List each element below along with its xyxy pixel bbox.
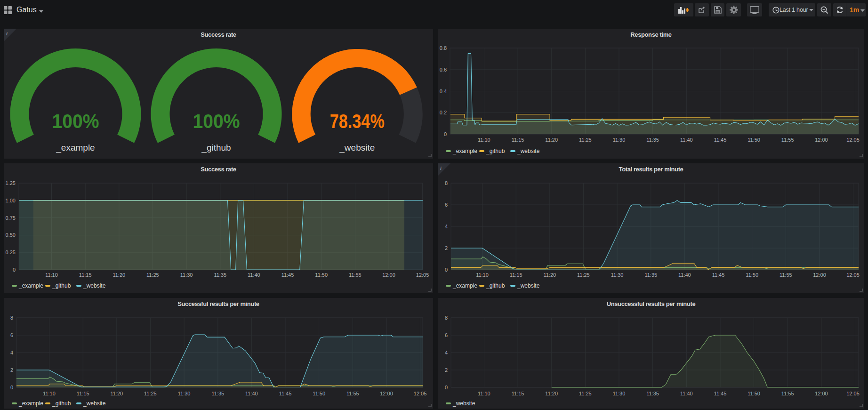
svg-text:Successful results per minute: Successful results per minute xyxy=(177,300,259,307)
svg-text:11:40: 11:40 xyxy=(678,272,691,278)
svg-text:11:30: 11:30 xyxy=(178,391,191,396)
svg-text:11:25: 11:25 xyxy=(579,391,592,396)
svg-text:11:30: 11:30 xyxy=(611,272,624,278)
svg-text:_website: _website xyxy=(83,400,106,407)
svg-text:8: 8 xyxy=(445,180,448,186)
svg-text:11:45: 11:45 xyxy=(712,272,725,278)
svg-text:11:10: 11:10 xyxy=(476,272,489,278)
svg-text:11:25: 11:25 xyxy=(579,137,592,143)
svg-text:0.25: 0.25 xyxy=(6,249,16,255)
svg-text:12:05: 12:05 xyxy=(846,391,860,396)
svg-text:_website: _website xyxy=(83,282,106,289)
svg-text:11:15: 11:15 xyxy=(77,391,89,396)
svg-text:0.4: 0.4 xyxy=(440,88,447,94)
svg-text:11:20: 11:20 xyxy=(110,391,123,396)
svg-text:11:45: 11:45 xyxy=(714,391,727,396)
svg-text:0: 0 xyxy=(445,385,448,390)
svg-text:11:25: 11:25 xyxy=(146,272,159,278)
svg-text:11:35: 11:35 xyxy=(646,391,659,396)
svg-text:Success rate: Success rate xyxy=(201,31,236,38)
svg-text:0.2: 0.2 xyxy=(440,110,447,115)
svg-text:_github: _github xyxy=(52,282,71,289)
svg-text:11:30: 11:30 xyxy=(180,272,193,278)
svg-text:11:20: 11:20 xyxy=(545,391,558,396)
svg-text:12:00: 12:00 xyxy=(380,391,393,396)
svg-text:12:05: 12:05 xyxy=(414,391,427,396)
svg-text:11:35: 11:35 xyxy=(644,272,657,278)
svg-text:1.00: 1.00 xyxy=(6,198,16,203)
svg-text:_example: _example xyxy=(452,282,477,289)
svg-text:6: 6 xyxy=(445,202,448,208)
svg-text:12:00: 12:00 xyxy=(815,137,828,143)
svg-text:11:50: 11:50 xyxy=(747,391,760,396)
svg-text:_github: _github xyxy=(486,282,505,289)
svg-text:Unsuccessful results per minut: Unsuccessful results per minute xyxy=(607,300,696,307)
svg-text:12:05: 12:05 xyxy=(846,272,860,278)
svg-text:11:50: 11:50 xyxy=(313,391,325,396)
svg-text:4: 4 xyxy=(445,350,448,355)
svg-text:_website: _website xyxy=(452,400,475,407)
svg-text:11:45: 11:45 xyxy=(279,391,292,396)
svg-text:8: 8 xyxy=(10,315,13,321)
svg-text:11:40: 11:40 xyxy=(680,391,693,396)
svg-text:_github: _github xyxy=(52,400,71,407)
svg-text:78.34%: 78.34% xyxy=(330,110,385,132)
svg-text:11:15: 11:15 xyxy=(79,272,92,278)
svg-text:0.50: 0.50 xyxy=(6,232,16,238)
svg-text:11:55: 11:55 xyxy=(781,391,794,396)
svg-text:Total results per minute: Total results per minute xyxy=(619,166,683,173)
svg-text:11:10: 11:10 xyxy=(478,137,490,143)
svg-text:_github: _github xyxy=(486,148,505,154)
svg-text:0.6: 0.6 xyxy=(440,67,447,72)
svg-text:11:55: 11:55 xyxy=(349,272,362,278)
svg-text:11:40: 11:40 xyxy=(248,272,260,278)
svg-text:6: 6 xyxy=(10,332,13,338)
svg-text:Response time: Response time xyxy=(630,31,671,38)
svg-text:6: 6 xyxy=(445,332,448,338)
svg-text:0.75: 0.75 xyxy=(6,215,16,221)
svg-text:_website: _website xyxy=(339,143,375,153)
svg-text:11:20: 11:20 xyxy=(543,272,556,278)
svg-text:11:30: 11:30 xyxy=(613,137,626,143)
svg-text:11:45: 11:45 xyxy=(281,272,294,278)
svg-text:_example: _example xyxy=(18,282,43,289)
svg-text:_example: _example xyxy=(452,148,477,154)
svg-text:0: 0 xyxy=(445,267,448,273)
svg-text:11:40: 11:40 xyxy=(245,391,258,396)
svg-text:Success rate: Success rate xyxy=(201,166,236,173)
svg-text:11:15: 11:15 xyxy=(512,137,524,143)
svg-text:11:20: 11:20 xyxy=(545,137,558,143)
svg-text:_example: _example xyxy=(56,143,95,153)
svg-text:4: 4 xyxy=(10,350,13,355)
svg-text:2: 2 xyxy=(10,367,13,373)
svg-text:2: 2 xyxy=(445,367,448,373)
svg-text:11:10: 11:10 xyxy=(478,391,490,396)
svg-text:_github: _github xyxy=(201,143,231,153)
svg-text:11:55: 11:55 xyxy=(780,272,792,278)
svg-text:2: 2 xyxy=(445,245,448,251)
svg-text:11:50: 11:50 xyxy=(746,272,758,278)
svg-text:11:25: 11:25 xyxy=(577,272,590,278)
svg-text:11:35: 11:35 xyxy=(214,272,226,278)
svg-text:11:55: 11:55 xyxy=(346,391,359,396)
svg-text:11:25: 11:25 xyxy=(144,391,157,396)
svg-text:11:40: 11:40 xyxy=(680,137,693,143)
svg-text:11:35: 11:35 xyxy=(211,391,224,396)
svg-text:8: 8 xyxy=(445,315,448,321)
svg-text:11:30: 11:30 xyxy=(613,391,626,396)
svg-text:12:05: 12:05 xyxy=(846,137,860,143)
svg-text:11:15: 11:15 xyxy=(512,391,524,396)
svg-text:12:00: 12:00 xyxy=(813,272,826,278)
svg-text:11:50: 11:50 xyxy=(315,272,328,278)
svg-text:11:45: 11:45 xyxy=(714,137,727,143)
svg-text:0.8: 0.8 xyxy=(440,45,447,51)
svg-text:_example: _example xyxy=(18,400,43,407)
svg-text:12:05: 12:05 xyxy=(416,272,429,278)
svg-text:100%: 100% xyxy=(193,110,240,132)
svg-text:1.25: 1.25 xyxy=(6,180,16,186)
svg-text:11:50: 11:50 xyxy=(747,137,760,143)
svg-text:_website: _website xyxy=(517,148,540,154)
svg-text:0: 0 xyxy=(13,267,16,273)
svg-text:11:10: 11:10 xyxy=(45,272,58,278)
svg-text:4: 4 xyxy=(445,224,448,229)
